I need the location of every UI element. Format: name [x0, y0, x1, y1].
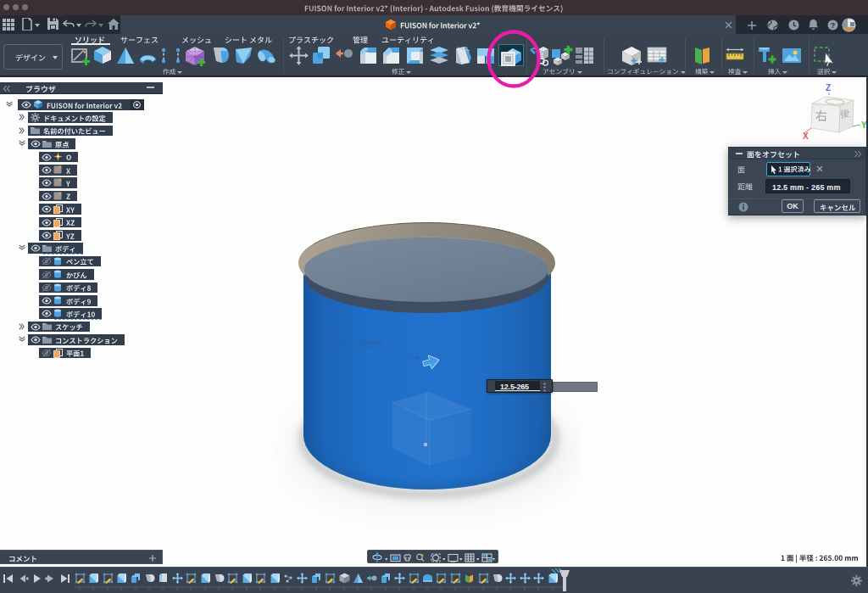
svg-text:X: X: [803, 131, 809, 141]
svg-text:Z: Z: [826, 83, 831, 92]
svg-text:?: ?: [831, 21, 836, 30]
svg-text:252.50: 252.50: [361, 338, 382, 346]
